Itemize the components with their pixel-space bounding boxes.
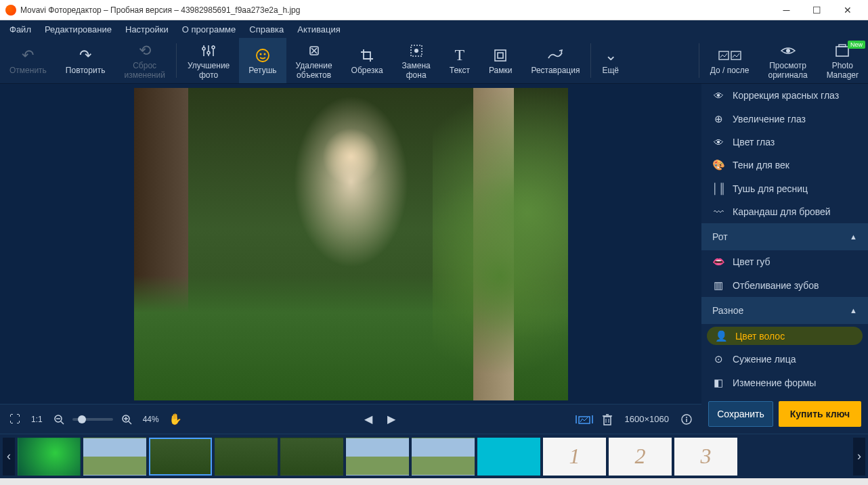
hair-icon: 👤 [715,330,727,342]
menu-file[interactable]: Файл [3,24,38,34]
filmstrip-thumb[interactable] [149,438,212,476]
filmstrip-thumb[interactable] [346,438,409,476]
more-button[interactable]: ⌄ Ещё [592,38,628,83]
text-icon: T [455,46,465,65]
info-button[interactable] [677,410,696,429]
photo-manager-button[interactable]: New Photo Manager [817,38,868,83]
filmstrip-thumb[interactable] [477,438,540,476]
delete-button[interactable] [598,410,617,429]
buy-key-button[interactable]: Купить ключ [779,401,861,427]
section-mouth[interactable]: Рот ▲ [701,223,868,250]
zoom-percent: 44% [140,415,162,424]
item-teeth-whiten[interactable]: ▥ Отбеливание зубов [701,274,868,297]
item-eyebrow[interactable]: 〰 Карандаш для бровей [701,200,868,223]
new-badge: New [848,41,865,49]
redo-button[interactable]: ↷ Повторить [56,38,115,83]
next-image-button[interactable]: ▶ [382,410,401,429]
item-enlarge-eyes[interactable]: ⊕ Увеличение глаз [701,107,868,130]
app-icon [5,5,16,16]
compare-icon [718,46,741,65]
text-button[interactable]: T Текст [440,38,479,83]
eyebrow-icon: 〰 [712,206,724,218]
svg-rect-14 [719,51,729,60]
close-button[interactable]: ✕ [832,0,863,20]
enhance-button[interactable]: Улучшение фото [178,38,239,83]
menu-activation[interactable]: Активация [290,24,347,34]
restore-icon [547,46,563,65]
filmstrip-thumb[interactable]: 1 [543,438,606,476]
window-title: Movavi Фоторедактор – Пробная версия – 4… [20,5,771,15]
filmstrip-thumb[interactable] [215,438,278,476]
item-eyeshadow[interactable]: 🎨 Тени для век [701,154,868,177]
filmstrip-thumb[interactable] [280,438,343,476]
horizontal-scrollbar[interactable] [0,478,868,485]
filmstrip-next[interactable]: › [853,438,865,476]
eye-icon: 👁 [712,137,724,148]
menu-settings[interactable]: Настройки [118,24,175,34]
chevron-up-icon: ▲ [850,233,857,241]
filmstrip-thumb[interactable] [18,438,81,476]
prev-image-button[interactable]: ◀ [359,410,378,429]
undo-button[interactable]: ↶ Отменить [0,38,56,83]
item-lip-color[interactable]: 👄 Цвет губ [701,250,868,273]
crop-button[interactable]: Обрезка [342,38,393,83]
retouch-button[interactable]: Ретушь [239,38,286,83]
replace-bg-button[interactable]: Замена фона [393,38,440,83]
remove-objects-button[interactable]: Удаление объектов [286,38,342,83]
filmstrip-thumb[interactable]: 2 [609,438,672,476]
item-face-slim[interactable]: ⊙ Сужение лица [701,348,868,371]
filmstrip-thumb[interactable] [83,438,146,476]
svg-line-20 [61,421,64,424]
side-panel: 👁 Коррекция красных глаз ⊕ Увеличение гл… [701,84,868,434]
filmstrip-thumb[interactable]: 3 [674,438,737,476]
zoom-out-button[interactable] [49,410,68,429]
eye-icon: 👁 [712,90,724,101]
menu-edit[interactable]: Редактирование [38,24,118,34]
fit-label[interactable]: 1:1 [28,415,45,424]
svg-point-1 [202,47,205,50]
restore-button[interactable]: Реставрация [521,38,589,83]
frames-button[interactable]: Рамки [479,38,521,83]
teeth-icon: ▥ [712,279,724,292]
background-icon [409,41,424,60]
svg-rect-18 [839,45,846,47]
histogram-button[interactable] [575,410,594,429]
item-reshape[interactable]: ◧ Изменение формы [701,371,868,394]
menu-help[interactable]: Справка [242,24,290,34]
save-button[interactable]: Сохранить [708,401,773,427]
toolbar-divider [176,43,177,78]
filmstrip: ‹ 123 › [0,434,868,478]
frame-icon [493,46,508,65]
reshape-icon: ◧ [712,377,724,389]
mascara-icon: │║ [712,183,724,194]
image-dimensions: 1600×1060 [621,414,673,424]
reset-button[interactable]: ⟲ Сброс изменений [114,38,174,83]
item-hair-color[interactable]: 👤 Цвет волос [707,327,863,345]
eye-icon [780,41,796,60]
filmstrip-thumb[interactable] [412,438,475,476]
toolbar: ↶ Отменить ↷ Повторить ⟲ Сброс изменений… [0,38,868,84]
fullscreen-button[interactable]: ⛶ [5,410,24,429]
svg-rect-17 [836,47,848,56]
menu-about[interactable]: О программе [175,24,243,34]
item-red-eye[interactable]: 👁 Коррекция красных глаз [701,84,868,107]
menubar: Файл Редактирование Настройки О программ… [0,20,868,38]
item-mascara[interactable]: │║ Тушь для ресниц [701,177,868,200]
filmstrip-prev[interactable]: ‹ [3,438,15,476]
titlebar: Movavi Фоторедактор – Пробная версия – 4… [0,0,868,20]
before-after-button[interactable]: До / после [701,38,759,83]
svg-line-23 [129,421,131,424]
item-eye-color[interactable]: 👁 Цвет глаз [701,131,868,154]
eraser-icon [307,41,322,60]
minimize-button[interactable]: ─ [771,0,802,20]
zoom-slider[interactable] [72,418,113,421]
svg-rect-26 [579,417,590,423]
maximize-button[interactable]: ☐ [802,0,832,20]
view-original-button[interactable]: Просмотр оригинала [759,38,817,83]
toolbar-divider [590,43,591,78]
zoom-in-button[interactable] [117,410,136,429]
pan-button[interactable]: ✋ [166,410,185,429]
section-misc[interactable]: Разное ▲ [701,297,868,324]
canvas-controls: ⛶ 1:1 44% ✋ ◀ ▶ 1600×1060 [0,404,701,434]
canvas-viewport[interactable] [0,84,701,404]
